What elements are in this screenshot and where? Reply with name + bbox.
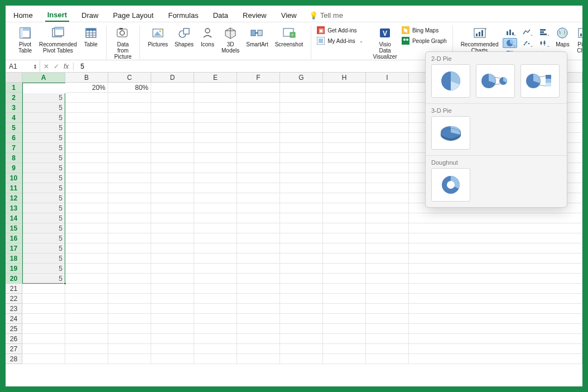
cell[interactable] — [237, 233, 280, 243]
cell[interactable] — [323, 284, 366, 294]
scatter-chart-dropdown[interactable]: ⌄ — [519, 38, 534, 48]
cell[interactable] — [22, 314, 65, 324]
row-header[interactable]: 14 — [6, 213, 22, 223]
cell[interactable] — [65, 243, 108, 254]
cell[interactable] — [65, 203, 108, 213]
cell[interactable] — [409, 324, 582, 334]
cell[interactable]: 5 — [22, 133, 65, 143]
cell[interactable] — [323, 103, 366, 113]
cell[interactable] — [151, 173, 194, 183]
cell[interactable] — [366, 113, 409, 123]
cell[interactable] — [65, 264, 108, 274]
cell[interactable] — [151, 314, 194, 324]
pie-chart-dropdown[interactable]: ⌄ — [503, 38, 517, 48]
cell[interactable] — [108, 344, 151, 354]
cell[interactable] — [108, 143, 151, 153]
cell[interactable] — [323, 93, 366, 103]
cell[interactable] — [194, 163, 237, 173]
cell[interactable] — [151, 123, 194, 133]
cell[interactable] — [108, 213, 151, 223]
cell[interactable] — [409, 233, 582, 243]
cell[interactable] — [366, 354, 409, 364]
col-header-E[interactable]: E — [194, 73, 237, 82]
cell[interactable] — [237, 153, 280, 163]
cell[interactable]: 5 — [22, 243, 65, 254]
cell[interactable] — [366, 143, 409, 153]
tab-view[interactable]: View — [279, 9, 299, 21]
cell[interactable] — [280, 83, 323, 93]
cell[interactable] — [409, 264, 582, 274]
cell[interactable] — [323, 223, 366, 233]
cell[interactable] — [366, 103, 409, 113]
cell[interactable] — [108, 223, 151, 233]
cell[interactable] — [323, 233, 366, 243]
cell[interactable] — [409, 344, 582, 354]
cell[interactable] — [366, 83, 409, 93]
cell[interactable]: 5 — [22, 103, 65, 113]
cell[interactable]: 5 — [22, 223, 65, 233]
cell[interactable] — [194, 243, 237, 254]
cell[interactable] — [108, 274, 151, 284]
cell[interactable]: 5 — [22, 163, 65, 173]
name-box[interactable]: A1 ▴▾ — [6, 61, 40, 72]
col-header-A[interactable]: A — [22, 73, 65, 82]
cell[interactable] — [65, 304, 108, 314]
cell[interactable] — [237, 203, 280, 213]
cell[interactable] — [108, 233, 151, 243]
cell[interactable] — [65, 314, 108, 324]
cell[interactable] — [65, 183, 108, 193]
row-header[interactable]: 20 — [6, 274, 22, 284]
cell[interactable] — [22, 354, 65, 364]
cell[interactable] — [65, 284, 108, 294]
cell[interactable] — [237, 103, 280, 113]
cell[interactable] — [151, 203, 194, 213]
cell[interactable] — [237, 163, 280, 173]
cell[interactable] — [237, 294, 280, 304]
cell[interactable] — [409, 334, 582, 344]
cell[interactable] — [366, 334, 409, 344]
cell[interactable] — [280, 243, 323, 254]
cell[interactable] — [194, 183, 237, 193]
smartart-button[interactable]: SmartArt — [243, 26, 271, 47]
cell[interactable] — [237, 93, 280, 103]
row-header[interactable]: 13 — [6, 203, 22, 213]
cell[interactable] — [280, 173, 323, 183]
row-header[interactable]: 19 — [6, 264, 22, 274]
cell[interactable] — [237, 173, 280, 183]
cell[interactable] — [151, 103, 194, 113]
cell[interactable] — [22, 294, 65, 304]
cell[interactable] — [65, 294, 108, 304]
cell[interactable]: 5 — [22, 274, 65, 284]
cell[interactable]: 5 — [22, 143, 65, 153]
cell[interactable] — [108, 163, 151, 173]
cell[interactable] — [280, 113, 323, 123]
cell[interactable] — [108, 314, 151, 324]
bar-chart-dropdown[interactable]: ⌄ — [536, 27, 551, 37]
cell[interactable] — [65, 223, 108, 233]
cell[interactable] — [366, 203, 409, 213]
cell[interactable] — [151, 223, 194, 233]
cell[interactable] — [323, 183, 366, 193]
pivot-table-button[interactable]: Pivot Table — [15, 26, 36, 54]
cell[interactable] — [280, 233, 323, 243]
cell[interactable] — [108, 103, 151, 113]
cell[interactable] — [237, 254, 280, 264]
cell[interactable] — [22, 304, 65, 314]
cell[interactable] — [108, 153, 151, 163]
my-addins-button[interactable]: My Add-ins — [316, 36, 364, 45]
tab-insert[interactable]: Insert — [45, 9, 69, 22]
cell[interactable] — [151, 213, 194, 223]
cell[interactable] — [151, 243, 194, 254]
cell[interactable] — [237, 304, 280, 314]
cell[interactable] — [280, 334, 323, 344]
cell[interactable] — [108, 93, 151, 103]
cell[interactable] — [151, 163, 194, 173]
cell[interactable] — [280, 163, 323, 173]
cell[interactable] — [194, 123, 237, 133]
cell[interactable] — [237, 264, 280, 274]
recommended-pivot-tables-button[interactable]: Recommended Pivot Tables — [36, 26, 80, 54]
cell[interactable] — [237, 183, 280, 193]
cell[interactable] — [194, 254, 237, 264]
cell[interactable] — [108, 254, 151, 264]
cell[interactable] — [194, 344, 237, 354]
